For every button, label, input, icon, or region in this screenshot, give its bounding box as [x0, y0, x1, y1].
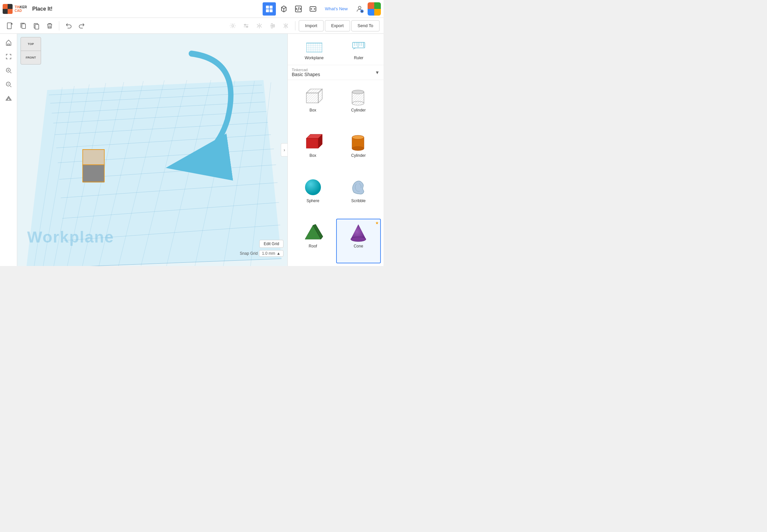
svg-point-14	[245, 24, 246, 25]
duplicate-button[interactable]	[30, 20, 42, 32]
home-view-button[interactable]	[2, 36, 15, 49]
edit-grid-button[interactable]: Edit Grid	[259, 240, 284, 248]
view-cube-front[interactable]: FRONT	[21, 51, 41, 65]
shapes-grid: Box	[288, 80, 384, 266]
shape-icon-scribble	[346, 177, 370, 197]
svg-rect-9	[7, 23, 11, 29]
ruler-tool-label: Ruler	[354, 56, 364, 60]
shape-item-box-grey[interactable]: Box	[291, 83, 336, 127]
svg-rect-49	[83, 150, 104, 165]
shape-icon-box-grey	[301, 87, 325, 107]
svg-point-74	[352, 147, 364, 151]
mirror-button[interactable]	[253, 20, 265, 32]
logo-cell-cad	[3, 9, 8, 14]
svg-rect-51	[306, 43, 322, 52]
main-area: TOP FRONT Workplane Edit Grid Snap Grid …	[0, 34, 384, 266]
svg-rect-12	[35, 24, 39, 29]
logo-text: TINKER CAD	[15, 5, 27, 13]
svg-rect-61	[306, 93, 318, 103]
import-button[interactable]: Import	[299, 20, 324, 31]
svg-rect-50	[83, 165, 104, 182]
scribble-svg	[347, 177, 370, 197]
user-account-button[interactable]: +	[353, 2, 366, 16]
copy-button[interactable]	[17, 20, 29, 32]
shape-category-selector[interactable]: Tinkercad Basic Shapes ▼	[288, 65, 384, 80]
ruler-icon	[351, 38, 367, 54]
svg-point-6	[358, 6, 361, 9]
toolbar-separator-1	[59, 21, 59, 30]
svg-rect-1	[270, 6, 273, 9]
shape-icon-cone	[346, 223, 370, 243]
shape-label-cone: Cone	[354, 244, 363, 248]
svg-rect-3	[270, 9, 273, 12]
category-name: Basic Shapes	[292, 72, 320, 77]
shape-item-cylinder-grey[interactable]: Cylinder	[336, 83, 381, 127]
shape-label-cylinder-orange: Cylinder	[351, 153, 366, 158]
workplane-icon-svg	[306, 39, 322, 53]
shape-toggle-button[interactable]	[240, 20, 252, 32]
left-sidebar	[0, 34, 17, 266]
snap-value: 1.0 mm	[262, 251, 275, 256]
category-dropdown-icon: ▼	[375, 70, 380, 75]
shape-item-cone[interactable]: ★ Cone	[336, 219, 381, 263]
send-to-button[interactable]: Send To	[351, 20, 380, 31]
snap-value-button[interactable]: 1.0 mm ▲	[259, 250, 284, 257]
shape-icon-cylinder-grey	[346, 87, 370, 107]
shape-category-info: Tinkercad Basic Shapes	[292, 68, 320, 77]
new-button[interactable]	[4, 20, 16, 32]
secondary-toolbar: Import Export Send To	[0, 18, 384, 34]
export-button[interactable]: Export	[325, 20, 350, 31]
logo-area: TINKER CAD	[3, 4, 27, 14]
svg-point-66	[352, 101, 364, 105]
visibility-button[interactable]	[227, 20, 239, 32]
project-title: Place It!	[32, 6, 52, 12]
shape-item-cylinder-orange[interactable]: Cylinder	[336, 128, 381, 173]
box-red-svg	[302, 132, 324, 152]
tc-logo-c4	[374, 9, 381, 16]
star-badge: ★	[375, 221, 379, 225]
delete-button[interactable]	[44, 20, 56, 32]
shape-item-sphere[interactable]: Sphere	[291, 173, 336, 218]
viewport[interactable]: TOP FRONT Workplane Edit Grid Snap Grid …	[17, 34, 288, 266]
zoom-out-button[interactable]	[2, 78, 15, 91]
workplane-grid	[17, 34, 288, 266]
redo-button[interactable]	[76, 20, 88, 32]
code-view-button[interactable]	[292, 2, 305, 16]
grid-view-button[interactable]	[263, 2, 276, 16]
shape-item-box-red[interactable]: Box	[291, 128, 336, 173]
shape-icon-cylinder-orange	[346, 132, 370, 152]
svg-rect-18	[8, 44, 10, 45]
view-cube[interactable]: TOP FRONT	[21, 37, 45, 67]
svg-point-78	[305, 179, 321, 195]
collapse-panel-button[interactable]: ›	[281, 143, 288, 156]
ruler-tool[interactable]: Ruler	[351, 38, 367, 60]
shape-label-cylinder-grey: Cylinder	[351, 108, 366, 112]
svg-rect-10	[22, 24, 25, 28]
shape-item-roof[interactable]: Roof	[291, 219, 336, 263]
align-button[interactable]	[267, 20, 279, 32]
perspective-button[interactable]	[2, 92, 15, 105]
svg-point-75	[352, 135, 364, 139]
whats-new-button[interactable]: What's New	[321, 3, 352, 15]
view-cube-top[interactable]: TOP	[21, 37, 41, 51]
snap-arrow-icon: ▲	[277, 251, 281, 256]
zoom-in-button[interactable]	[2, 64, 15, 77]
cylinder-grey-svg	[348, 87, 369, 107]
svg-rect-2	[266, 9, 269, 12]
shape-icon-sphere	[301, 177, 325, 197]
shape-label-box-grey: Box	[309, 108, 316, 112]
box-grey-svg	[302, 87, 324, 106]
tinkercad-logo-left[interactable]	[3, 4, 13, 14]
tinkercad-logo-right[interactable]	[368, 2, 381, 16]
tc-logo-c2	[374, 2, 381, 9]
workplane-tool[interactable]: Workplane	[305, 38, 324, 60]
cylinder-orange-svg	[348, 132, 369, 152]
flip-button[interactable]	[280, 20, 292, 32]
embed-view-button[interactable]	[306, 2, 320, 16]
workplane-icon	[306, 38, 322, 54]
fit-view-button[interactable]	[2, 50, 15, 63]
undo-button[interactable]	[63, 20, 74, 32]
build-view-button[interactable]	[277, 2, 291, 16]
shape-item-scribble[interactable]: Scribble	[336, 173, 381, 218]
shape-label-box-red: Box	[309, 153, 316, 158]
